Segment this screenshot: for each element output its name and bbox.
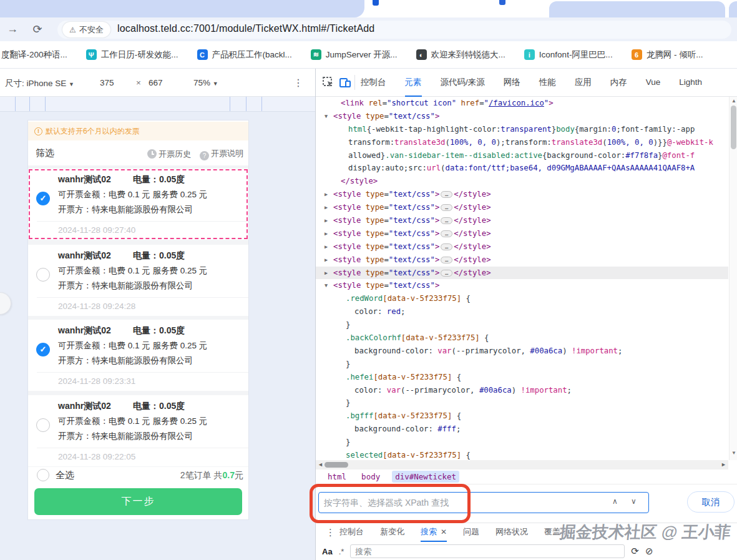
scroll-left-icon[interactable]: ◄ — [318, 461, 323, 468]
bookmark-item[interactable]: ◐欢迎来到特锐德大... — [416, 49, 505, 61]
expand-arrow-icon[interactable]: ▶ — [325, 240, 328, 253]
devtools-tab-元素[interactable]: 元素 — [405, 69, 422, 97]
browser-tab-active[interactable] — [0, 0, 364, 17]
vertical-scrollbar[interactable]: ▲ ▼ — [729, 97, 737, 460]
find-next-icon[interactable]: ∨ — [631, 497, 637, 506]
breadcrumb-html[interactable]: html — [325, 471, 349, 483]
scrollbar-thumb[interactable] — [731, 106, 736, 149]
expand-arrow-icon[interactable]: ▶ — [325, 188, 328, 201]
scroll-up-icon[interactable]: ▲ — [731, 98, 736, 104]
regex-toggle[interactable]: .* — [339, 547, 344, 556]
inspect-element-icon[interactable] — [322, 76, 334, 89]
drawer-tab-问题[interactable]: 问题 — [463, 523, 479, 542]
device-options-menu-icon[interactable]: ⋮ — [293, 77, 303, 89]
drawer-menu-icon[interactable]: ⋮ — [326, 527, 335, 538]
breadcrumb-body[interactable]: body — [358, 471, 383, 483]
devtools-tab-性能[interactable]: 性能 — [539, 69, 556, 97]
code-token: } — [346, 438, 350, 446]
code-token: = — [479, 99, 484, 107]
order-card[interactable]: ✓wanhr测试02电量：0.05度可开票金额：电费 0.1 元 服务费 0.2… — [28, 320, 248, 391]
expand-arrow-icon[interactable]: ▶ — [325, 214, 328, 227]
not-secure-chip[interactable]: ⚠ 不安全 — [62, 22, 110, 37]
order-card[interactable]: wanhr测试02电量：0.05度可开票金额：电费 0.1 元 服务费 0.25… — [28, 395, 248, 466]
close-icon[interactable]: ✕ — [441, 528, 447, 536]
viewport-width-field[interactable]: 375 — [100, 78, 114, 87]
url-text[interactable]: localhost.teld.cc:7001/module/TicketWX.h… — [117, 23, 374, 34]
code-token: ; — [456, 425, 461, 433]
next-step-button[interactable]: 下一步 — [34, 488, 242, 515]
zoom-select[interactable]: 75% ▼ — [193, 78, 218, 87]
forward-button[interactable]: → — [5, 22, 20, 36]
order-checkbox[interactable] — [36, 268, 50, 282]
toggle-device-toolbar-icon[interactable] — [339, 76, 351, 89]
expand-arrow-icon[interactable]: ▶ — [325, 201, 328, 214]
invoice-help-button[interactable]: ?开票说明 — [200, 148, 243, 160]
code-line: </style> — [316, 175, 728, 188]
bookmark-label: 欢迎来到特锐德大... — [431, 49, 505, 61]
bookmark-item[interactable]: C产品积压工作(backl... — [197, 49, 292, 61]
order-power: 电量：0.05度 — [133, 325, 185, 336]
viewport-height-field[interactable]: 667 — [149, 78, 163, 87]
order-card[interactable]: wanhr测试02电量：0.05度可开票金额：电费 0.1 元 服务费 0.25… — [28, 245, 248, 316]
expand-arrow-icon[interactable]: ▶ — [325, 267, 328, 280]
browser-tab-inactive[interactable] — [549, 1, 725, 17]
drawer-tab-网络状况[interactable]: 网络状况 — [495, 523, 528, 542]
collapsed-content-button[interactable]: … — [441, 217, 452, 224]
code-token: > — [435, 190, 439, 199]
collapsed-content-button[interactable]: … — [441, 257, 452, 263]
order-amount: 可开票金额：电费 0.1 元 服务费 0.25 元 — [58, 340, 207, 351]
expand-arrow-icon[interactable]: ▶ — [325, 227, 328, 240]
collapse-arrow-icon[interactable]: ▼ — [325, 279, 328, 292]
cancel-button[interactable]: 取消 — [687, 491, 735, 513]
collapsed-content-button[interactable]: … — [441, 204, 452, 211]
devtools-tab-网络[interactable]: 网络 — [504, 69, 520, 97]
refresh-icon[interactable]: ⟳ — [631, 546, 639, 557]
find-previous-icon[interactable]: ∧ — [612, 497, 618, 506]
expand-arrow-icon[interactable]: ▶ — [325, 253, 328, 267]
code-token: type — [366, 203, 384, 212]
breadcrumb-div#Newticket[interactable]: div#Newticket — [392, 471, 459, 483]
ruler-tick — [15, 97, 16, 111]
tab-favicon-icon — [499, 0, 505, 5]
filter-button[interactable]: 筛选 — [36, 147, 54, 159]
chevron-down-icon[interactable]: ▼ — [69, 81, 74, 87]
clear-icon[interactable]: ⊘ — [645, 546, 653, 557]
bookmark-item[interactable]: Ψ工作日历-研发效能... — [86, 49, 178, 61]
order-checkbox[interactable] — [36, 418, 50, 432]
devtools-tab-源代码/来源[interactable]: 源代码/来源 — [441, 69, 485, 97]
scroll-down-icon[interactable]: ▼ — [731, 450, 736, 456]
collapsed-content-button[interactable]: … — [441, 270, 452, 277]
collapse-arrow-icon[interactable]: ▼ — [325, 110, 328, 123]
order-card[interactable]: ✓wanhr测试02电量：0.05度可开票金额：电费 0.1 元 服务费 0.2… — [28, 169, 248, 240]
reload-button[interactable]: ⟳ — [30, 22, 45, 36]
order-checkbox[interactable]: ✓ — [36, 343, 50, 356]
drawer-tab-新变化[interactable]: 新变化 — [380, 523, 404, 542]
collapsed-content-button[interactable]: … — [441, 191, 452, 198]
match-case-toggle[interactable]: Aa — [322, 547, 333, 556]
bookmark-item[interactable]: ≋JumpServer 开源... — [311, 49, 398, 61]
collapsed-content-button[interactable]: … — [441, 243, 452, 250]
scrollbar-thumb[interactable] — [325, 462, 348, 468]
drawer-tab-控制台[interactable]: 控制台 — [339, 523, 364, 542]
invoice-history-button[interactable]: 开票历史 — [147, 149, 191, 160]
divider — [37, 448, 248, 448]
drawer-tab-搜索[interactable]: 搜索 ✕ — [421, 523, 447, 542]
code-token: href — [461, 99, 480, 107]
drawer-search-input[interactable] — [350, 544, 625, 558]
horizontal-scrollbar[interactable]: ◄ ► — [316, 460, 728, 469]
scroll-right-icon[interactable]: ► — [721, 461, 726, 468]
bookmark-item[interactable]: 6龙腾网 - 倾听... — [632, 49, 703, 61]
devtools-tab-内存[interactable]: 内存 — [610, 69, 627, 97]
devtools-tab-Vue[interactable]: Vue — [646, 69, 661, 97]
code-token: type — [366, 268, 384, 277]
devtools-tab-应用[interactable]: 应用 — [575, 69, 592, 97]
code-token: "text/css" — [389, 268, 435, 277]
devtools-tab-Lighth[interactable]: Lighth — [679, 69, 702, 97]
bookmark-item[interactable]: 度翻译-200种语... — [1, 49, 67, 61]
order-checkbox[interactable]: ✓ — [36, 192, 50, 205]
collapsed-content-button[interactable]: … — [441, 230, 452, 237]
select-all-checkbox[interactable] — [37, 469, 49, 481]
devtools-tab-控制台[interactable]: 控制台 — [361, 69, 386, 97]
code-token: type — [366, 112, 384, 120]
bookmark-item[interactable]: iIconfont-阿里巴巴... — [524, 49, 613, 61]
